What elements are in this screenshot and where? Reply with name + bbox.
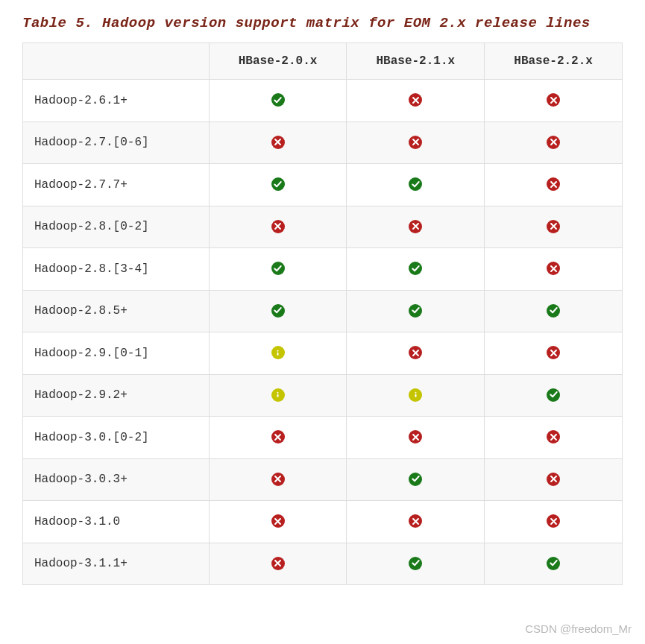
status-cell bbox=[485, 332, 623, 375]
x-icon bbox=[409, 346, 422, 359]
status-cell bbox=[209, 458, 347, 501]
x-icon bbox=[409, 93, 422, 107]
table-row: Hadoop-2.9.2+ bbox=[23, 374, 623, 417]
table-row: Hadoop-2.9.[0-1] bbox=[23, 332, 623, 375]
svg-point-2 bbox=[277, 392, 279, 394]
x-icon bbox=[547, 220, 560, 233]
table-row: Hadoop-2.6.1+ bbox=[23, 80, 623, 122]
x-icon bbox=[409, 514, 422, 528]
x-icon bbox=[271, 220, 285, 233]
svg-point-4 bbox=[415, 392, 416, 394]
status-cell bbox=[347, 417, 485, 459]
x-icon bbox=[547, 430, 560, 443]
x-icon bbox=[547, 93, 560, 107]
x-icon bbox=[547, 262, 560, 275]
x-icon bbox=[409, 136, 422, 149]
table-row: Hadoop-2.7.[0-6] bbox=[23, 121, 623, 164]
status-cell bbox=[209, 501, 347, 543]
warn-icon bbox=[271, 346, 285, 359]
check-icon bbox=[271, 262, 285, 275]
check-icon bbox=[409, 473, 422, 486]
status-cell bbox=[347, 206, 485, 248]
check-icon bbox=[547, 304, 560, 318]
check-icon bbox=[271, 304, 285, 318]
table-row: Hadoop-3.1.1+ bbox=[23, 543, 623, 585]
row-label: Hadoop-3.0.[0-2] bbox=[23, 417, 210, 459]
x-icon bbox=[547, 514, 560, 528]
x-icon bbox=[547, 346, 560, 359]
table-header-col3: HBase-2.2.x bbox=[485, 43, 623, 80]
x-icon bbox=[271, 514, 285, 528]
status-cell bbox=[209, 80, 347, 122]
status-cell bbox=[209, 543, 347, 585]
status-cell bbox=[209, 206, 347, 248]
x-icon bbox=[271, 430, 285, 443]
check-icon bbox=[547, 388, 560, 402]
table-body: Hadoop-2.6.1+Hadoop-2.7.[0-6]Hadoop-2.7.… bbox=[23, 80, 623, 585]
x-icon bbox=[547, 177, 560, 191]
status-cell bbox=[485, 164, 623, 206]
status-cell bbox=[485, 543, 623, 585]
x-icon bbox=[271, 136, 285, 149]
status-cell bbox=[347, 501, 485, 543]
status-cell bbox=[209, 417, 347, 459]
status-cell bbox=[347, 121, 485, 164]
row-label: Hadoop-2.7.[0-6] bbox=[23, 121, 210, 164]
svg-rect-5 bbox=[415, 394, 416, 397]
status-cell bbox=[485, 417, 623, 459]
status-cell bbox=[209, 374, 347, 417]
status-cell bbox=[209, 248, 347, 291]
status-cell bbox=[209, 332, 347, 375]
table-header-col1: HBase-2.0.x bbox=[209, 43, 347, 80]
x-icon bbox=[409, 430, 422, 443]
status-cell bbox=[485, 248, 623, 291]
row-label: Hadoop-2.9.2+ bbox=[23, 374, 210, 417]
status-cell bbox=[347, 164, 485, 206]
status-cell bbox=[347, 458, 485, 501]
status-cell bbox=[347, 248, 485, 291]
row-label: Hadoop-2.7.7+ bbox=[23, 164, 210, 206]
x-icon bbox=[547, 136, 560, 149]
check-icon bbox=[271, 177, 285, 191]
table-row: Hadoop-3.0.3+ bbox=[23, 458, 623, 501]
status-cell bbox=[485, 458, 623, 501]
table-header-row: HBase-2.0.x HBase-2.1.x HBase-2.2.x bbox=[23, 43, 623, 80]
table-row: Hadoop-2.7.7+ bbox=[23, 164, 623, 206]
status-cell bbox=[485, 206, 623, 248]
row-label: Hadoop-3.1.0 bbox=[23, 501, 210, 543]
table-header-empty bbox=[23, 43, 210, 80]
x-icon bbox=[271, 473, 285, 486]
check-icon bbox=[409, 177, 422, 191]
row-label: Hadoop-2.6.1+ bbox=[23, 80, 210, 122]
watermark: CSDN @freedom_Mr bbox=[525, 622, 632, 635]
row-label: Hadoop-2.9.[0-1] bbox=[23, 332, 210, 375]
table-row: Hadoop-2.8.[0-2] bbox=[23, 206, 623, 248]
x-icon bbox=[547, 473, 560, 486]
status-cell bbox=[347, 374, 485, 417]
table-row: Hadoop-2.8.[3-4] bbox=[23, 248, 623, 291]
svg-rect-3 bbox=[277, 394, 279, 397]
table-row: Hadoop-3.1.0 bbox=[23, 501, 623, 543]
svg-rect-1 bbox=[277, 352, 279, 355]
row-label: Hadoop-3.1.1+ bbox=[23, 543, 210, 585]
x-icon bbox=[271, 557, 285, 570]
check-icon bbox=[547, 557, 560, 570]
status-cell bbox=[347, 332, 485, 375]
support-matrix-table: HBase-2.0.x HBase-2.1.x HBase-2.2.x Hado… bbox=[22, 42, 623, 585]
check-icon bbox=[409, 304, 422, 318]
svg-point-0 bbox=[277, 350, 279, 351]
table-row: Hadoop-2.8.5+ bbox=[23, 290, 623, 332]
status-cell bbox=[485, 121, 623, 164]
status-cell bbox=[347, 80, 485, 122]
check-icon bbox=[409, 262, 422, 275]
status-cell bbox=[347, 290, 485, 332]
status-cell bbox=[485, 501, 623, 543]
status-cell bbox=[347, 543, 485, 585]
status-cell bbox=[485, 80, 623, 122]
row-label: Hadoop-2.8.[0-2] bbox=[23, 206, 210, 248]
warn-icon bbox=[409, 388, 422, 402]
row-label: Hadoop-2.8.5+ bbox=[23, 290, 210, 332]
table-row: Hadoop-3.0.[0-2] bbox=[23, 417, 623, 459]
table-caption: Table 5. Hadoop version support matrix f… bbox=[22, 15, 623, 31]
status-cell bbox=[209, 164, 347, 206]
